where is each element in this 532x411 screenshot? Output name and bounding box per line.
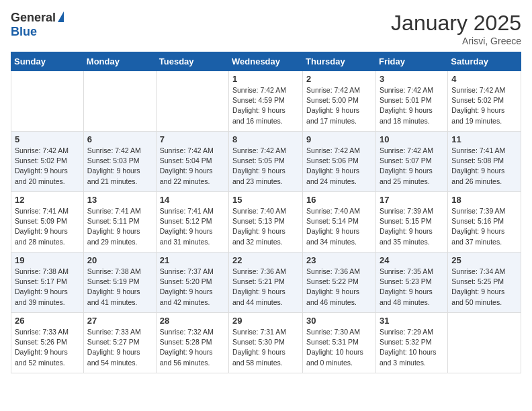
cell-info-line: Daylight: 9 hours [87,347,152,357]
cell-info-line: and 56 minutes. [160,358,225,368]
cell-info-line: Sunset: 5:21 PM [232,277,299,287]
cell-info-line: and 54 minutes. [87,358,152,368]
cell-info-line: Sunrise: 7:30 AM [306,327,372,337]
cell-info-line: and 41 minutes. [87,298,152,308]
calendar-cell: 2Sunrise: 7:42 AMSunset: 5:00 PMDaylight… [303,71,376,132]
calendar-cell: 30Sunrise: 7:30 AMSunset: 5:31 PMDayligh… [303,313,376,373]
day-number: 25 [451,255,517,265]
cell-info-line: and 29 minutes. [87,237,152,247]
calendar-cell: 28Sunrise: 7:32 AMSunset: 5:28 PMDayligh… [156,313,228,373]
cell-info-line: and 44 minutes. [232,298,299,308]
calendar-cell: 25Sunrise: 7:34 AMSunset: 5:25 PMDayligh… [448,253,521,313]
cell-info-line: Daylight: 9 hours [160,347,225,357]
calendar-cell: 19Sunrise: 7:38 AMSunset: 5:17 PMDayligh… [11,253,84,313]
calendar-cell: 6Sunrise: 7:42 AMSunset: 5:03 PMDaylight… [83,132,156,192]
cell-info-line: Daylight: 9 hours [15,166,80,176]
cell-info-line: Sunrise: 7:40 AM [232,206,299,216]
calendar-cell: 26Sunrise: 7:33 AMSunset: 5:26 PMDayligh… [11,313,84,373]
cell-info-line: Daylight: 9 hours [87,166,152,176]
day-number: 12 [15,195,80,205]
day-number: 2 [306,74,372,84]
cell-info-line: and 32 minutes. [232,237,299,247]
col-header-friday: Friday [375,52,447,71]
cell-info-line: Daylight: 9 hours [306,287,372,297]
calendar-cell: 16Sunrise: 7:40 AMSunset: 5:14 PMDayligh… [303,192,376,253]
cell-info-line: Sunset: 5:22 PM [306,277,372,287]
cell-info-line: Sunrise: 7:34 AM [451,267,517,277]
cell-info-line: Sunset: 5:02 PM [451,95,517,105]
cell-info-line: Daylight: 9 hours [451,166,517,176]
week-row-3: 12Sunrise: 7:41 AMSunset: 5:09 PMDayligh… [11,192,521,253]
day-number: 20 [87,255,152,265]
day-number: 19 [15,255,80,265]
cell-info-line: Sunset: 5:09 PM [15,216,80,226]
calendar-table: SundayMondayTuesdayWednesdayThursdayFrid… [11,52,521,373]
cell-info-line: Sunset: 5:20 PM [160,277,225,287]
month-title: January 2025 [391,11,521,36]
day-number: 29 [232,316,299,326]
logo-general: General [11,11,56,25]
cell-info-line: Sunset: 5:26 PM [15,337,80,347]
cell-info-line: Sunset: 5:13 PM [232,216,299,226]
cell-info-line: Daylight: 9 hours [232,226,299,236]
cell-info-line: Sunrise: 7:42 AM [160,146,225,156]
calendar-cell [156,71,228,132]
cell-info-line: and 23 minutes. [232,177,299,187]
day-number: 13 [87,195,152,205]
day-number: 9 [306,134,372,144]
cell-info-line: Daylight: 9 hours [232,166,299,176]
cell-info-line: Daylight: 9 hours [232,105,299,116]
col-header-sunday: Sunday [11,52,84,71]
cell-info-line: Daylight: 9 hours [380,226,444,236]
cell-info-line: Sunrise: 7:40 AM [306,206,372,216]
col-header-thursday: Thursday [303,52,376,71]
cell-info-line: and 24 minutes. [306,177,372,187]
day-number: 1 [232,74,299,84]
cell-info-line: Sunset: 5:32 PM [380,337,444,347]
cell-info-line: and 21 minutes. [87,177,152,187]
location-subtitle: Arisvi, Greece [391,36,521,46]
cell-info-line: Sunset: 5:01 PM [380,95,444,105]
day-number: 31 [380,316,444,326]
cell-info-line: and 39 minutes. [15,298,80,308]
day-number: 15 [232,195,299,205]
cell-info-line: Sunset: 5:16 PM [451,216,517,226]
calendar-cell: 1Sunrise: 7:42 AMSunset: 4:59 PMDaylight… [229,71,303,132]
cell-info-line: Sunrise: 7:42 AM [87,146,152,156]
day-number: 27 [87,316,152,326]
day-number: 28 [160,316,225,326]
cell-info-line: and 17 minutes. [306,116,372,126]
page-header: General Blue January 2025 Arisvi, Greece [11,11,521,46]
cell-info-line: Sunrise: 7:42 AM [15,146,80,156]
cell-info-line: Daylight: 9 hours [232,287,299,297]
week-row-4: 19Sunrise: 7:38 AMSunset: 5:17 PMDayligh… [11,253,521,313]
cell-info-line: and 28 minutes. [15,237,80,247]
cell-info-line: Sunset: 5:03 PM [87,156,152,166]
day-number: 8 [232,134,299,144]
calendar-cell: 7Sunrise: 7:42 AMSunset: 5:04 PMDaylight… [156,132,228,192]
cell-info-line: Sunset: 5:02 PM [15,156,80,166]
day-number: 5 [15,134,80,144]
cell-info-line: Daylight: 9 hours [15,287,80,297]
calendar-cell: 21Sunrise: 7:37 AMSunset: 5:20 PMDayligh… [156,253,228,313]
cell-info-line: Sunset: 5:15 PM [380,216,444,226]
cell-info-line: Sunrise: 7:42 AM [306,85,372,95]
calendar-cell: 12Sunrise: 7:41 AMSunset: 5:09 PMDayligh… [11,192,84,253]
cell-info-line: and 18 minutes. [380,116,444,126]
cell-info-line: Sunrise: 7:42 AM [232,85,299,95]
cell-info-line: Sunset: 5:28 PM [160,337,225,347]
cell-info-line: Sunset: 5:05 PM [232,156,299,166]
calendar-cell: 17Sunrise: 7:39 AMSunset: 5:15 PMDayligh… [375,192,447,253]
cell-info-line: Sunrise: 7:36 AM [306,267,372,277]
cell-info-line: Sunset: 5:08 PM [451,156,517,166]
cell-info-line: Sunset: 5:19 PM [87,277,152,287]
col-header-tuesday: Tuesday [156,52,228,71]
calendar-cell: 31Sunrise: 7:29 AMSunset: 5:32 PMDayligh… [375,313,447,373]
cell-info-line: and 58 minutes. [232,358,299,368]
cell-info-line: Sunrise: 7:41 AM [87,206,152,216]
cell-info-line: Sunrise: 7:39 AM [451,206,517,216]
cell-info-line: and 52 minutes. [15,358,80,368]
cell-info-line: Daylight: 9 hours [306,105,372,116]
cell-info-line: and 3 minutes. [380,358,444,368]
cell-info-line: Sunrise: 7:33 AM [15,327,80,337]
